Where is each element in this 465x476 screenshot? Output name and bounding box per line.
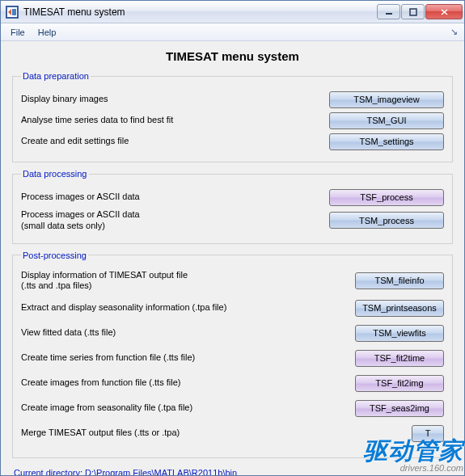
label: Extract and display seasonality informat… [21, 302, 355, 314]
tsm-gui-button[interactable]: TSM_GUI [329, 112, 444, 129]
label: Display information of TIMESAT output fi… [21, 270, 355, 293]
tsm-printseasons-button[interactable]: TSM_printseasons [355, 300, 444, 317]
row-post-0: Display information of TIMESAT output fi… [21, 270, 444, 293]
titlebar[interactable]: TIMESAT menu system [1, 1, 464, 23]
window-title: TIMESAT menu system [23, 6, 377, 18]
menu-help[interactable]: Help [32, 26, 63, 39]
tsm-process-button[interactable]: TSM_process [329, 212, 444, 229]
label: Create images from function file (.tts f… [21, 377, 355, 389]
close-button[interactable] [425, 4, 463, 19]
label: Create image from seasonality file (.tpa… [21, 402, 355, 414]
window-controls [377, 4, 463, 19]
label: Process images or ASCII data [21, 192, 329, 203]
app-icon [6, 6, 19, 19]
tsf-fit2img-button[interactable]: TSF_fit2img [355, 375, 444, 392]
label: Create and edit settings file [21, 136, 329, 147]
label: View fitted data (.tts file) [21, 327, 355, 339]
row-post-3: Create time series from function file (.… [21, 349, 444, 367]
row-prep-1: Analyse time series data to find best fi… [21, 112, 444, 129]
label: Analyse time series data to find best fi… [21, 115, 329, 126]
svg-rect-3 [386, 13, 392, 15]
row-proc-1: Process images or ASCII data (small data… [21, 209, 444, 232]
legend-proc: Data processing [21, 169, 89, 179]
label: Merge TIMESAT output files (.tts or .tpa… [21, 428, 412, 439]
row-post-1: Extract and display seasonality informat… [21, 299, 444, 317]
tsm-settings-button[interactable]: TSM_settings [329, 133, 444, 150]
page-title: TIMESAT menu system [12, 49, 453, 63]
row-prep-0: Display binary images TSM_imageview [21, 91, 444, 108]
menubar: File Help ↘ [1, 23, 464, 41]
menu-file[interactable]: File [4, 26, 32, 39]
row-post-5: Create image from seasonality file (.tpa… [21, 399, 444, 417]
row-post-2: View fitted data (.tts file) TSM_viewfit… [21, 324, 444, 342]
svg-rect-2 [12, 9, 16, 15]
tsf-fit2time-button[interactable]: TSF_fit2time [355, 350, 444, 367]
app-window: TIMESAT menu system File Help ↘ TIMESAT … [0, 0, 465, 476]
group-data-preparation: Data preparation Display binary images T… [12, 71, 453, 162]
tsf-process-button[interactable]: TSF_process [329, 189, 444, 206]
minimize-button[interactable] [377, 4, 400, 19]
label: Display binary images [21, 94, 329, 105]
row-prep-2: Create and edit settings file TSM_settin… [21, 133, 444, 150]
group-post-processing: Post-processing Display information of T… [12, 251, 453, 459]
merge-output-button[interactable]: T [412, 425, 444, 442]
row-post-4: Create images from function file (.tts f… [21, 374, 444, 392]
tsm-imageview-button[interactable]: TSM_imageview [329, 91, 444, 108]
row-post-6: Merge TIMESAT output files (.tts or .tpa… [21, 424, 444, 442]
tsm-fileinfo-button[interactable]: TSM_fileinfo [355, 272, 444, 289]
current-directory: Current directory: D:\Program Files\MATL… [12, 465, 453, 475]
menu-corner-icon[interactable]: ↘ [446, 27, 461, 37]
tsf-seas2img-button[interactable]: TSF_seas2img [355, 400, 444, 417]
row-proc-0: Process images or ASCII data TSF_process [21, 188, 444, 206]
maximize-button[interactable] [401, 4, 425, 19]
group-data-processing: Data processing Process images or ASCII … [12, 169, 453, 244]
legend-prep: Data preparation [21, 71, 91, 81]
legend-post: Post-processing [21, 251, 88, 260]
tsm-viewfits-button[interactable]: TSM_viewfits [355, 325, 444, 342]
svg-rect-4 [410, 9, 416, 15]
label: Process images or ASCII data (small data… [21, 209, 329, 232]
label: Create time series from function file (.… [21, 352, 355, 364]
content-area: TIMESAT menu system Data preparation Dis… [1, 41, 464, 475]
